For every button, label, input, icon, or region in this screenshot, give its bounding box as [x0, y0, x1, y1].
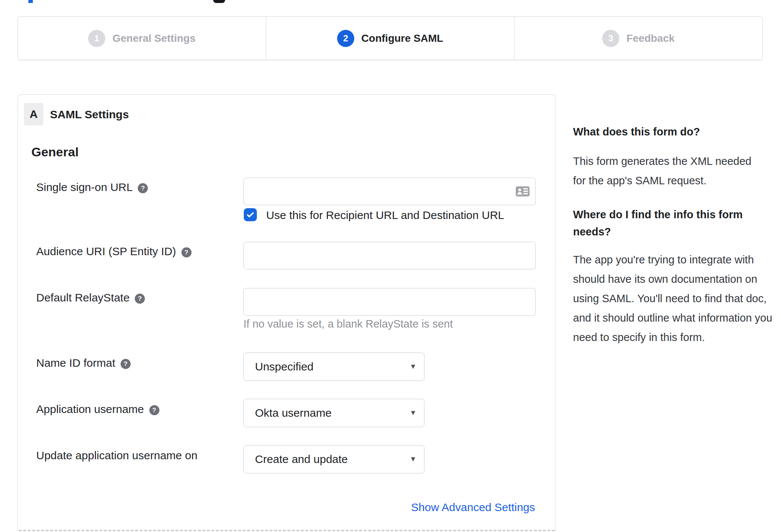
- update-username-label: Update application username on: [36, 449, 197, 462]
- help-icon[interactable]: ?: [121, 359, 131, 369]
- step-general-settings[interactable]: 1 General Settings: [18, 17, 266, 60]
- section-a-badge: A: [24, 103, 43, 125]
- audience-uri-input[interactable]: [243, 242, 536, 269]
- sso-url-input[interactable]: [243, 178, 536, 205]
- wizard-stepper: 1 General Settings 2 Configure SAML 3 Fe…: [18, 16, 763, 60]
- sso-url-label: Single sign-on URL?: [36, 181, 148, 194]
- general-heading: General: [31, 145, 79, 159]
- selected-value: Okta username: [255, 407, 332, 419]
- relay-state-input[interactable]: [243, 288, 536, 316]
- step-number-badge: 3: [602, 30, 619, 47]
- relay-state-label: Default RelayState?: [36, 291, 145, 304]
- sidebar-answer-2: The app you're trying to integrate with …: [573, 250, 777, 347]
- use-for-recipient-checkbox[interactable]: [244, 208, 257, 221]
- help-icon[interactable]: ?: [138, 183, 148, 193]
- chevron-down-icon: ▾: [411, 454, 415, 464]
- step-number-badge: 1: [88, 30, 105, 47]
- help-icon[interactable]: ?: [135, 294, 145, 304]
- application-username-label: Application username?: [36, 403, 159, 416]
- selected-value: Create and update: [255, 453, 348, 466]
- chevron-down-icon: ▾: [411, 408, 415, 417]
- section-divider-dashed: [19, 530, 555, 531]
- step-number-badge: 2: [337, 30, 354, 47]
- chevron-down-icon: ▾: [411, 362, 415, 371]
- relay-state-helper: If no value is set, a blank RelayState i…: [243, 318, 453, 330]
- help-sidebar: What does this form do? This form genera…: [573, 123, 777, 347]
- sidebar-question-1: What does this form do?: [573, 123, 752, 140]
- cutoff-blue-element: [28, 0, 33, 3]
- contact-card-icon: [516, 186, 530, 197]
- help-icon[interactable]: ?: [181, 247, 192, 257]
- page: 1 General Settings 2 Configure SAML 3 Fe…: [0, 0, 781, 532]
- help-icon[interactable]: ?: [149, 405, 159, 415]
- step-label: Configure SAML: [361, 32, 443, 44]
- step-label: General Settings: [112, 32, 196, 44]
- application-username-select[interactable]: Okta username ▾: [243, 399, 424, 427]
- show-advanced-settings-link[interactable]: Show Advanced Settings: [411, 501, 535, 514]
- update-username-select[interactable]: Create and update ▾: [243, 445, 424, 473]
- sso-url-input-wrap: [243, 178, 536, 205]
- name-id-format-label: Name ID format?: [36, 356, 131, 370]
- sidebar-answer-1: This form generates the XML needed for t…: [573, 151, 752, 190]
- selected-value: Unspecified: [255, 360, 314, 373]
- name-id-format-select[interactable]: Unspecified ▾: [243, 353, 424, 381]
- sidebar-question-2: Where do I find the info this form needs…: [573, 206, 752, 240]
- step-configure-saml[interactable]: 2 Configure SAML: [266, 17, 514, 60]
- step-label: Feedback: [626, 32, 675, 44]
- audience-uri-label: Audience URI (SP Entity ID)?: [36, 245, 192, 258]
- cutoff-dark-element: [213, 0, 225, 3]
- panel-title: SAML Settings: [50, 108, 129, 121]
- checkmark-icon: [246, 210, 255, 219]
- saml-settings-panel: A SAML Settings General Single sign-on U…: [18, 94, 556, 532]
- step-feedback[interactable]: 3 Feedback: [514, 17, 762, 60]
- use-for-recipient-label: Use this for Recipient URL and Destinati…: [266, 209, 504, 222]
